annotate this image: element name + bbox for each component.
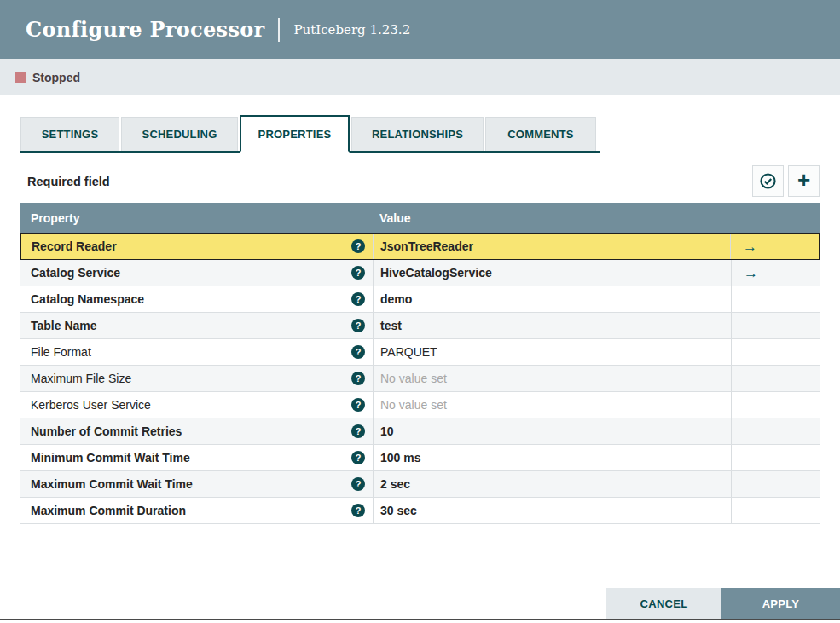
value-cell[interactable]: 30 sec <box>373 498 731 523</box>
help-icon[interactable]: ? <box>351 504 365 517</box>
cancel-button[interactable]: CANCEL <box>606 588 721 620</box>
help-icon[interactable]: ? <box>351 398 365 412</box>
apply-button[interactable]: APPLY <box>721 588 840 620</box>
column-header-property: Property <box>20 211 373 225</box>
tab-scheduling[interactable]: SCHEDULING <box>121 117 238 151</box>
goto-cell: → <box>731 260 820 286</box>
goto-cell <box>731 498 820 523</box>
property-cell: Maximum File Size ? <box>20 366 373 391</box>
property-cell: Record Reader ? <box>21 234 373 259</box>
value-cell[interactable]: HiveCatalogService <box>373 260 731 286</box>
properties-toolbar: Required field + <box>20 165 820 197</box>
property-row[interactable]: Maximum Commit Duration ? 30 sec <box>20 498 820 524</box>
property-value: 10 <box>380 424 394 438</box>
value-cell[interactable]: test <box>373 313 731 338</box>
value-cell[interactable]: No value set <box>373 366 731 391</box>
goto-cell: → <box>730 234 819 259</box>
property-cell: Kerberos User Service ? <box>20 392 373 418</box>
goto-cell <box>731 418 820 444</box>
help-icon[interactable]: ? <box>351 319 365 332</box>
help-icon[interactable]: ? <box>351 292 365 306</box>
property-value: 2 sec <box>380 477 410 491</box>
property-cell: Maximum Commit Duration ? <box>20 498 373 523</box>
value-cell[interactable]: No value set <box>373 392 731 418</box>
goto-cell <box>731 366 820 391</box>
help-icon[interactable]: ? <box>351 266 365 280</box>
property-name: Record Reader <box>32 239 117 253</box>
value-cell[interactable]: 10 <box>373 418 731 444</box>
property-name: File Format <box>31 345 91 359</box>
property-name: Kerberos User Service <box>31 398 151 412</box>
property-row[interactable]: Table Name ? test <box>20 313 820 339</box>
verify-properties-button[interactable] <box>752 165 784 197</box>
goto-service-arrow-icon[interactable]: → <box>744 266 758 280</box>
status-label: Stopped <box>32 71 80 84</box>
goto-cell <box>731 392 820 418</box>
goto-service-arrow-icon[interactable]: → <box>743 239 757 254</box>
column-header-value: Value <box>373 211 820 225</box>
property-name: Number of Commit Retries <box>31 424 182 438</box>
property-name: Catalog Namespace <box>31 292 144 306</box>
property-value: 100 ms <box>380 451 420 464</box>
property-row[interactable]: Number of Commit Retries ? 10 <box>20 418 820 445</box>
dialog-header: Configure Processor PutIceberg 1.23.2 <box>0 0 840 59</box>
property-value: HiveCatalogService <box>380 266 492 280</box>
help-icon[interactable]: ? <box>351 424 365 438</box>
property-value: 30 sec <box>380 504 417 517</box>
help-icon[interactable]: ? <box>351 239 365 253</box>
tab-settings[interactable]: SETTINGS <box>20 117 119 151</box>
configure-processor-dialog: Configure Processor PutIceberg 1.23.2 St… <box>0 0 840 524</box>
property-row[interactable]: File Format ? PARQUET <box>20 339 820 366</box>
property-cell: Catalog Service ? <box>20 260 373 286</box>
value-cell[interactable]: demo <box>373 286 731 312</box>
property-table-header: Property Value <box>20 203 820 233</box>
property-value: PARQUET <box>380 345 437 359</box>
property-name: Minimum Commit Wait Time <box>31 451 190 464</box>
property-name: Table Name <box>31 319 97 332</box>
goto-cell <box>731 313 820 338</box>
goto-cell <box>731 471 820 497</box>
dialog-title: Configure Processor <box>26 17 264 42</box>
check-circle-icon <box>759 172 777 190</box>
tab-bar: SETTINGS SCHEDULING PROPERTIES RELATIONS… <box>20 115 600 153</box>
property-row[interactable]: Kerberos User Service ? No value set <box>20 392 820 418</box>
property-row[interactable]: Maximum Commit Wait Time ? 2 sec <box>20 471 820 498</box>
processor-name-version: PutIceberg 1.23.2 <box>293 22 410 37</box>
help-icon[interactable]: ? <box>351 345 365 359</box>
toolbar-buttons: + <box>748 165 820 197</box>
value-cell[interactable]: JsonTreeReader <box>373 234 730 259</box>
property-row[interactable]: Minimum Commit Wait Time ? 100 ms <box>20 445 820 471</box>
property-row[interactable]: Record Reader ? JsonTreeReader → <box>20 233 820 260</box>
required-field-label: Required field <box>20 175 110 188</box>
property-value: No value set <box>380 398 447 412</box>
help-icon[interactable]: ? <box>351 372 365 385</box>
help-icon[interactable]: ? <box>351 477 365 491</box>
help-icon[interactable]: ? <box>351 451 365 464</box>
title-divider <box>278 18 280 42</box>
property-value: test <box>380 319 402 332</box>
property-name: Maximum File Size <box>31 372 131 385</box>
property-value: demo <box>380 292 412 306</box>
goto-cell <box>731 445 820 470</box>
tab-comments[interactable]: COMMENTS <box>485 117 596 151</box>
property-row[interactable]: Maximum File Size ? No value set <box>20 366 820 392</box>
tab-properties[interactable]: PROPERTIES <box>240 115 350 153</box>
value-cell[interactable]: 100 ms <box>373 445 731 470</box>
add-property-button[interactable]: + <box>788 165 820 197</box>
goto-cell <box>731 339 820 365</box>
goto-cell <box>731 286 820 312</box>
property-cell: File Format ? <box>20 339 373 365</box>
property-table-body: Record Reader ? JsonTreeReader → Catalog… <box>20 233 820 524</box>
property-name: Maximum Commit Duration <box>31 504 186 517</box>
property-row[interactable]: Catalog Namespace ? demo <box>20 286 820 313</box>
dialog-bottom-edge <box>0 619 840 620</box>
property-name: Maximum Commit Wait Time <box>31 477 193 491</box>
property-row[interactable]: Catalog Service ? HiveCatalogService → <box>20 260 820 286</box>
value-cell[interactable]: PARQUET <box>373 339 731 365</box>
stopped-status-icon <box>15 72 26 83</box>
property-value: No value set <box>380 372 447 385</box>
tab-relationships[interactable]: RELATIONSHIPS <box>351 117 484 151</box>
property-table: Property Value Record Reader ? JsonTreeR… <box>20 203 820 524</box>
property-cell: Number of Commit Retries ? <box>20 418 373 444</box>
value-cell[interactable]: 2 sec <box>373 471 731 497</box>
